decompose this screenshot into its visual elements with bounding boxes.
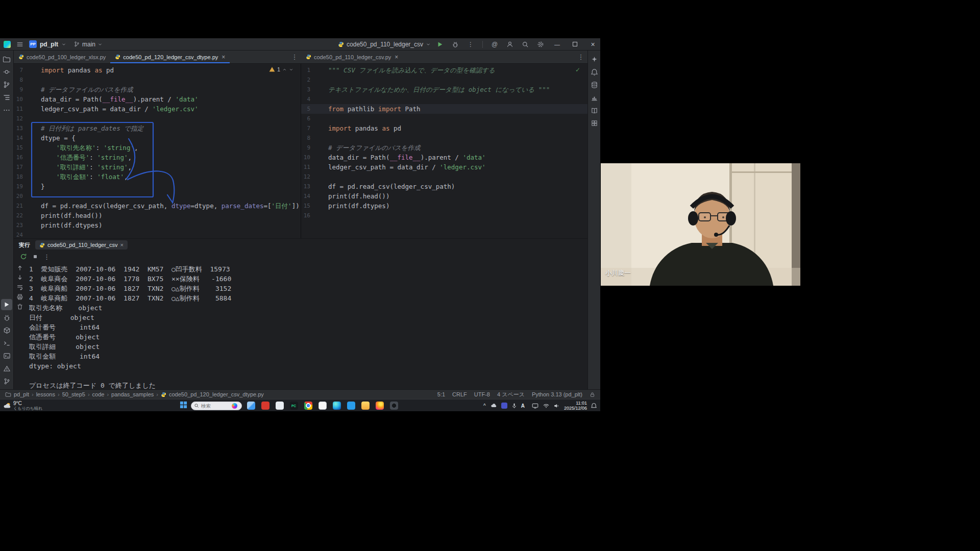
tab-close-icon[interactable]: × xyxy=(395,54,398,61)
code-line[interactable]: 18 '取引金額': 'float', xyxy=(14,172,301,182)
stop-icon[interactable] xyxy=(32,254,38,260)
file-encoding[interactable]: UTF-8 xyxy=(474,391,490,397)
code-line[interactable]: 24 xyxy=(14,230,301,238)
tab-code50-pd-100-ledger-xlsx[interactable]: code50_pd_100_ledger_xlsx.py xyxy=(14,51,110,63)
ime-mode-indicator[interactable]: A xyxy=(521,403,525,409)
line-number[interactable]: 2 xyxy=(301,75,310,85)
code-line[interactable]: 8 xyxy=(301,133,587,143)
run-tool-window-icon[interactable] xyxy=(1,299,12,310)
code-line[interactable]: 20 xyxy=(14,191,301,201)
code-line[interactable]: 12 xyxy=(301,172,587,182)
settings-gear-icon[interactable] xyxy=(534,38,547,50)
code-line[interactable]: 13# 日付列は parse_dates で指定 xyxy=(14,123,301,133)
inspections-widget[interactable]: 1 xyxy=(269,66,293,72)
code-line[interactable]: 19} xyxy=(14,182,301,191)
breadcrumb-item[interactable]: pandas_samples xyxy=(111,391,154,397)
line-number[interactable]: 15 xyxy=(14,143,23,153)
caret-position[interactable]: 5:1 xyxy=(437,391,445,397)
code-line[interactable]: 16 '信憑番号': 'string', xyxy=(14,153,301,162)
clear-console-icon[interactable] xyxy=(16,303,23,310)
run-tab[interactable]: code50_pd_110_ledger_csv × xyxy=(35,240,128,249)
debug-button[interactable] xyxy=(449,38,461,50)
breadcrumb-item[interactable]: 50_step5 xyxy=(62,391,85,397)
line-number[interactable]: 6 xyxy=(301,114,310,123)
line-number[interactable]: 10 xyxy=(14,94,23,104)
minimize-icon[interactable]: — xyxy=(550,38,565,50)
editor-pane-right[interactable]: 1""" CSV ファイルを読み込んで、データの型を確認する23テキストファイル… xyxy=(301,64,587,238)
code-line[interactable]: 11ledger_csv_path = data_dir / 'ledger.c… xyxy=(301,162,587,172)
chatgpt-app-icon[interactable] xyxy=(317,400,328,411)
code-line[interactable]: 22print(df.head()) xyxy=(14,211,301,220)
pull-requests-icon[interactable] xyxy=(1,79,12,90)
python-console-icon[interactable] xyxy=(1,337,12,348)
pycharm-app-icon[interactable]: PC xyxy=(288,400,299,411)
code-line[interactable]: 23print(df.dtypes) xyxy=(14,220,301,230)
line-number[interactable]: 21 xyxy=(14,201,23,211)
line-number[interactable]: 15 xyxy=(301,201,310,211)
line-number[interactable]: 19 xyxy=(14,182,23,191)
sciview-icon[interactable] xyxy=(589,92,600,103)
line-number[interactable]: 16 xyxy=(301,211,310,220)
edge-app-icon[interactable] xyxy=(331,400,342,411)
scroll-down-icon[interactable] xyxy=(16,274,23,281)
chevron-up-icon[interactable] xyxy=(282,67,287,72)
code-line[interactable]: 9# データファイルのパスを作成 xyxy=(301,143,587,153)
code-line[interactable]: 12 xyxy=(14,114,301,123)
wifi-icon[interactable] xyxy=(543,403,550,409)
volume-icon[interactable] xyxy=(553,403,560,409)
structure-icon[interactable] xyxy=(1,92,12,103)
scroll-up-icon[interactable] xyxy=(16,264,23,271)
tab-list-icon[interactable]: ⋮ xyxy=(288,51,301,63)
chevron-down-icon[interactable] xyxy=(289,67,293,72)
ai-assistant-icon[interactable]: @ xyxy=(488,38,501,50)
start-button[interactable] xyxy=(180,401,187,411)
line-number[interactable]: 9 xyxy=(301,143,310,153)
line-separator[interactable]: CRLF xyxy=(452,391,467,397)
tray-overflow-chevron-icon[interactable]: ^ xyxy=(483,403,486,409)
code-line[interactable]: 14dtype = { xyxy=(14,133,301,143)
documentation-icon[interactable] xyxy=(589,105,600,116)
tab-code50-pd-110-ledger-csv[interactable]: code50_pd_110_ledger_csv.py × xyxy=(301,51,403,63)
code-line[interactable]: 15print(df.dtypes) xyxy=(301,201,587,211)
line-number[interactable]: 11 xyxy=(301,162,310,172)
task-view-app-icon[interactable] xyxy=(246,400,256,411)
code-line[interactable]: 2 xyxy=(301,75,587,85)
code-line[interactable]: 16 xyxy=(301,211,587,220)
tab-list-icon[interactable]: ⋮ xyxy=(574,51,587,63)
line-number[interactable]: 20 xyxy=(14,191,23,201)
lock-icon[interactable] xyxy=(590,392,595,397)
firefox-app-icon[interactable] xyxy=(374,400,385,411)
breadcrumb-item[interactable]: pd_plt xyxy=(14,391,29,397)
editor-pane-left[interactable]: 7import pandas as pd89# データファイルのパスを作成10d… xyxy=(14,64,301,238)
run-button[interactable] xyxy=(434,38,446,50)
project-name[interactable]: pd_plt xyxy=(40,41,58,48)
code-line[interactable]: 9# データファイルのパスを作成 xyxy=(14,85,301,94)
line-number[interactable]: 17 xyxy=(14,162,23,172)
notifications-icon[interactable] xyxy=(589,66,600,78)
red-app-app-icon[interactable] xyxy=(260,400,271,411)
line-number[interactable]: 18 xyxy=(14,172,23,182)
line-number[interactable]: 7 xyxy=(301,123,310,133)
file-explorer-app-icon[interactable] xyxy=(360,400,371,411)
line-number[interactable]: 9 xyxy=(14,85,23,94)
capture-app-app-icon[interactable] xyxy=(388,400,399,411)
line-number[interactable]: 5 xyxy=(301,104,310,114)
code-line[interactable]: 4 xyxy=(301,94,587,104)
code-line[interactable]: 6 xyxy=(301,114,587,123)
line-number[interactable]: 14 xyxy=(301,191,310,201)
code-line[interactable]: 11ledger_csv_path = data_dir / 'ledger.c… xyxy=(14,104,301,114)
code-line[interactable]: 3テキストファイルなためか、日付のデータ型は object になっている """ xyxy=(301,85,587,94)
more-tools-icon[interactable] xyxy=(1,105,12,116)
code-line[interactable]: 5from pathlib import Path xyxy=(301,104,587,114)
ai-assistant-icon[interactable] xyxy=(589,54,600,65)
indent-style[interactable]: 4 スペース xyxy=(497,391,525,398)
display-icon[interactable] xyxy=(531,403,539,409)
line-number[interactable]: 7 xyxy=(14,65,23,75)
line-number[interactable]: 22 xyxy=(14,211,23,220)
tab-code50-pd-120-ledger-csv-dtype[interactable]: code50_pd_120_ledger_csv_dtype.py × xyxy=(110,51,230,63)
code-line[interactable]: 7import pandas as pd xyxy=(301,123,587,133)
run-configuration-selector[interactable]: code50_pd_110_ledger_csv xyxy=(338,41,431,48)
weather-widget[interactable]: 9°C くもりのち晴れ xyxy=(3,400,42,411)
project-folder-icon[interactable] xyxy=(1,54,12,65)
code-line[interactable]: 7import pandas as pd xyxy=(14,65,301,75)
